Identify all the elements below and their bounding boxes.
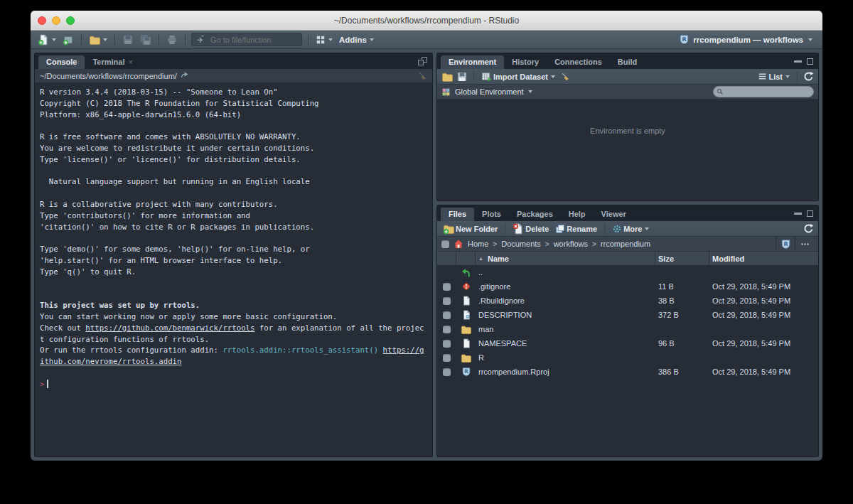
- main-toolbar: Addins R rrcompendium — workflows: [31, 31, 822, 49]
- column-header-modified[interactable]: Modified: [709, 252, 818, 265]
- rename-button[interactable]: Rename: [554, 223, 599, 235]
- minimize-pane-icon[interactable]: [794, 60, 802, 63]
- right-column: EnvironmentHistoryConnectionsBuild Impor…: [436, 53, 819, 457]
- new-project-button[interactable]: [61, 33, 75, 46]
- tab-viewer[interactable]: Viewer: [594, 208, 634, 221]
- file-name[interactable]: R: [478, 353, 484, 362]
- file-name[interactable]: ..: [478, 268, 483, 277]
- console-text: t configuration functions of rrtools.: [40, 335, 209, 344]
- file-checkbox[interactable]: [443, 340, 451, 348]
- breadcrumb-item-rrcompendium[interactable]: rrcompendium: [601, 240, 650, 248]
- file-row[interactable]: DESCRIPTION372 BOct 29, 2018, 5:49 PM: [437, 308, 818, 322]
- rename-label: Rename: [567, 225, 597, 233]
- tab-environment[interactable]: Environment: [441, 55, 504, 69]
- console-output[interactable]: R version 3.4.4 (2018-03-15) -- "Someone…: [35, 83, 432, 456]
- file-size: 386 B: [655, 368, 709, 376]
- tab-packages[interactable]: Packages: [509, 208, 561, 221]
- console-line: R is a collaborative project with many c…: [40, 199, 429, 210]
- refresh-icon[interactable]: [803, 223, 814, 234]
- select-all-checkbox[interactable]: [441, 240, 449, 248]
- file-name[interactable]: rrcompendium.Rproj: [478, 368, 549, 376]
- environment-scope-button[interactable]: Global Environment: [455, 87, 532, 96]
- file-modified: Oct 29, 2018, 5:49 PM: [709, 311, 818, 319]
- tab-build[interactable]: Build: [610, 55, 645, 69]
- go-to-file-input[interactable]: [209, 35, 290, 45]
- tab-history[interactable]: History: [504, 55, 547, 69]
- save-workspace-icon[interactable]: [456, 71, 468, 82]
- search-icon: [717, 88, 724, 95]
- file-checkbox[interactable]: [443, 311, 451, 319]
- file-row[interactable]: NAMESPACE96 BOct 29, 2018, 5:49 PM: [437, 336, 818, 350]
- column-header-size[interactable]: Size: [655, 252, 709, 265]
- breadcrumb-separator: >: [592, 240, 596, 248]
- console-line: Type 'contributors()' for more informati…: [40, 210, 429, 222]
- tab-help[interactable]: Help: [561, 208, 594, 221]
- maximize-pane-icon[interactable]: [807, 210, 813, 217]
- minimize-pane-icon[interactable]: [794, 213, 802, 215]
- breadcrumb-item-home[interactable]: Home: [468, 240, 488, 248]
- goto-directory-icon[interactable]: [181, 71, 190, 80]
- file-icon: [461, 338, 471, 348]
- console-link[interactable]: https://g: [383, 345, 424, 355]
- clear-console-icon[interactable]: [417, 71, 427, 81]
- file-checkbox[interactable]: [443, 326, 451, 333]
- file-name[interactable]: .Rbuildignore: [478, 296, 525, 305]
- more-path-button[interactable]: [795, 237, 814, 251]
- toolbar-divider: [159, 34, 159, 45]
- file-name[interactable]: man: [478, 325, 493, 333]
- home-icon[interactable]: [454, 239, 463, 249]
- environment-search[interactable]: [713, 86, 814, 97]
- file-name[interactable]: .gitignore: [478, 282, 510, 291]
- file-row[interactable]: R: [437, 350, 818, 365]
- load-workspace-icon[interactable]: [441, 71, 453, 82]
- maximize-pane-icon[interactable]: [807, 58, 813, 65]
- file-name[interactable]: DESCRIPTION: [478, 311, 532, 319]
- file-checkbox[interactable]: [443, 368, 451, 376]
- file-checkbox[interactable]: [443, 297, 451, 305]
- addins-button[interactable]: Addins: [338, 35, 375, 45]
- refresh-icon[interactable]: [803, 71, 814, 82]
- close-tab-icon[interactable]: ×: [128, 55, 132, 69]
- breadcrumb-item-documents[interactable]: Documents: [501, 240, 541, 248]
- console-prompt-line[interactable]: >: [40, 379, 429, 390]
- tab-plots[interactable]: Plots: [474, 208, 509, 221]
- column-header-name[interactable]: ▲ Name: [476, 252, 655, 265]
- console-link[interactable]: ithub.com/nevrome/rrtools.addin: [40, 357, 181, 366]
- file-row[interactable]: ..: [437, 265, 818, 279]
- delete-button[interactable]: Delete: [511, 222, 550, 235]
- file-row[interactable]: .gitignore11 BOct 29, 2018, 5:49 PM: [437, 279, 818, 294]
- console-line: You can start working now or apply some …: [40, 311, 429, 323]
- list-view-button[interactable]: List: [756, 71, 791, 82]
- file-row[interactable]: .Rbuildignore38 BOct 29, 2018, 5:49 PM: [437, 294, 818, 308]
- tab-terminal[interactable]: Terminal×: [85, 55, 140, 69]
- console-text: Type 'demo()' for some demos, 'help()' f…: [40, 245, 310, 254]
- chevron-down-icon: [645, 227, 649, 230]
- clear-environment-icon[interactable]: [560, 72, 570, 82]
- minimize-button[interactable]: [52, 16, 60, 25]
- file-row[interactable]: man: [437, 322, 818, 336]
- file-checkbox[interactable]: [443, 354, 451, 362]
- more-button[interactable]: More: [611, 223, 650, 235]
- go-to-file-search[interactable]: [191, 33, 302, 46]
- project-menu-button[interactable]: R rrcompendium — workflows: [677, 33, 814, 45]
- import-dataset-button[interactable]: Import Dataset: [480, 70, 557, 82]
- zoom-button[interactable]: [66, 16, 75, 25]
- environment-search-input[interactable]: [726, 87, 805, 97]
- console-line: You are welcome to redistribute it under…: [40, 143, 429, 154]
- console-link[interactable]: https://github.com/benmarwick/rrtools: [85, 323, 254, 333]
- file-checkbox[interactable]: [443, 283, 451, 291]
- maximize-pane-icon[interactable]: [418, 57, 427, 65]
- tab-connections[interactable]: Connections: [547, 55, 610, 69]
- workspace-panes-button[interactable]: [314, 34, 334, 45]
- open-file-button[interactable]: [87, 33, 109, 46]
- new-folder-button[interactable]: New Folder: [441, 222, 499, 235]
- file-size: 96 B: [655, 339, 709, 348]
- file-name[interactable]: NAMESPACE: [478, 339, 527, 348]
- file-row[interactable]: Rrrcompendium.Rproj386 BOct 29, 2018, 5:…: [437, 365, 818, 379]
- breadcrumb-item-workflows[interactable]: workflows: [554, 240, 588, 248]
- tab-files[interactable]: Files: [441, 208, 474, 221]
- new-file-button[interactable]: [36, 33, 58, 46]
- close-button[interactable]: [38, 16, 46, 25]
- toolbar-divider: [505, 223, 505, 235]
- tab-console[interactable]: Console: [38, 55, 85, 69]
